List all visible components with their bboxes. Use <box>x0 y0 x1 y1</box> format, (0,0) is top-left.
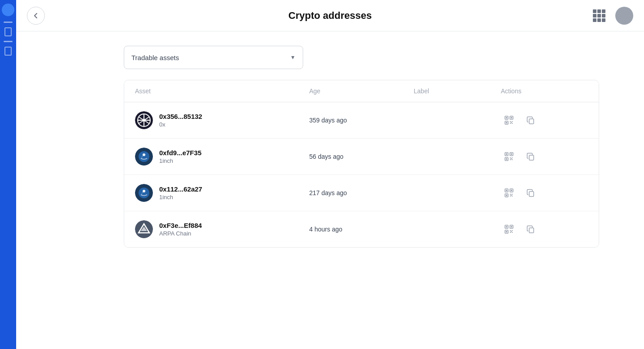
svg-rect-32 <box>511 158 512 159</box>
svg-rect-29 <box>512 157 513 158</box>
svg-rect-8 <box>506 117 507 118</box>
asset-network-3: 1inch <box>159 194 202 201</box>
filter-wrapper: Tradable assets ▼ <box>124 46 599 69</box>
asset-cell-3: 0x112...62a27 1inch <box>135 184 309 202</box>
svg-rect-38 <box>506 190 507 191</box>
svg-rect-33 <box>529 155 534 160</box>
asset-icon-3 <box>135 184 153 202</box>
svg-rect-57 <box>506 231 507 232</box>
svg-rect-13 <box>510 121 511 122</box>
qr-code-button-4[interactable] <box>501 221 517 237</box>
svg-rect-42 <box>506 195 507 196</box>
svg-rect-23 <box>506 153 507 155</box>
svg-rect-47 <box>511 195 512 196</box>
sidebar-item-2 <box>4 27 12 36</box>
svg-rect-25 <box>511 153 512 155</box>
sidebar-item-3 <box>4 41 13 42</box>
asset-network-4: ARPA Chain <box>159 230 202 237</box>
svg-rect-15 <box>510 123 511 124</box>
svg-rect-10 <box>511 117 512 118</box>
asset-network-2: 1inch <box>159 157 201 164</box>
col-asset: Asset <box>135 87 309 95</box>
svg-rect-14 <box>512 121 513 122</box>
svg-rect-61 <box>512 232 513 233</box>
grid-icon <box>593 9 605 22</box>
addresses-table: Asset Age Label Actions <box>124 80 599 248</box>
table-header: Asset Age Label Actions <box>124 80 599 102</box>
svg-rect-63 <box>529 228 534 233</box>
actions-cell-1 <box>501 112 588 128</box>
header-actions <box>590 7 633 25</box>
asset-info-4: 0xF3e...Ef884 ARPA Chain <box>159 222 202 237</box>
asset-address-2: 0xfd9...e7F35 <box>159 149 201 157</box>
avatar[interactable] <box>615 7 633 25</box>
svg-point-35 <box>139 188 149 198</box>
svg-rect-31 <box>512 159 513 160</box>
asset-info-1: 0x356...85132 0x <box>159 113 202 128</box>
asset-cell-4: 0xF3e...Ef884 ARPA Chain <box>135 220 309 238</box>
svg-rect-60 <box>510 232 511 233</box>
svg-rect-16 <box>512 123 513 124</box>
col-age: Age <box>309 87 413 95</box>
asset-info-2: 0xfd9...e7F35 1inch <box>159 149 201 164</box>
sidebar-item-1 <box>4 22 13 23</box>
asset-icon-4 <box>135 220 153 238</box>
copy-button-4[interactable] <box>522 221 539 237</box>
svg-rect-30 <box>510 159 511 160</box>
qr-code-button-2[interactable] <box>501 148 517 165</box>
svg-rect-44 <box>512 194 513 195</box>
svg-rect-48 <box>529 192 534 196</box>
svg-rect-45 <box>510 196 511 196</box>
asset-cell-2: 0xfd9...e7F35 1inch <box>135 148 309 166</box>
sidebar-item-4 <box>4 47 12 56</box>
svg-rect-12 <box>506 122 507 123</box>
svg-rect-46 <box>512 196 513 196</box>
svg-point-21 <box>143 153 145 156</box>
asset-address-4: 0xF3e...Ef884 <box>159 222 202 229</box>
svg-rect-62 <box>511 231 512 232</box>
tradable-assets-dropdown[interactable]: Tradable assets ▼ <box>124 46 303 69</box>
sidebar <box>0 0 16 349</box>
qr-code-button-3[interactable] <box>501 185 517 201</box>
svg-rect-18 <box>529 119 534 124</box>
asset-icon-2 <box>135 148 153 166</box>
table-row: 0x356...85132 0x 359 days ago <box>124 102 599 139</box>
svg-rect-40 <box>511 190 512 191</box>
content-area: Tradable assets ▼ Asset Age Label Action… <box>124 31 599 248</box>
copy-button-1[interactable] <box>522 112 539 128</box>
svg-rect-27 <box>506 158 507 160</box>
asset-info-3: 0x112...62a27 1inch <box>159 185 202 201</box>
actions-cell-2 <box>501 148 588 165</box>
age-cell-4: 4 hours ago <box>309 226 413 233</box>
svg-rect-59 <box>512 230 513 231</box>
asset-address-3: 0x112...62a27 <box>159 185 202 193</box>
table-row: 0xF3e...Ef884 ARPA Chain 4 hours ago <box>124 211 599 247</box>
grid-menu-button[interactable] <box>590 7 608 25</box>
back-button[interactable] <box>27 7 45 25</box>
svg-rect-55 <box>511 226 512 227</box>
svg-rect-28 <box>510 157 511 158</box>
qr-code-button-1[interactable] <box>501 112 517 128</box>
actions-cell-3 <box>501 185 588 201</box>
main-content: Tradable assets ▼ Asset Age Label Action… <box>16 0 644 266</box>
svg-point-20 <box>139 151 149 162</box>
age-cell-1: 359 days ago <box>309 117 413 124</box>
col-label: Label <box>414 87 501 95</box>
svg-rect-43 <box>510 194 511 195</box>
dropdown-label: Tradable assets <box>131 54 179 61</box>
copy-button-2[interactable] <box>522 148 539 165</box>
svg-rect-53 <box>506 226 507 227</box>
copy-button-3[interactable] <box>522 185 539 201</box>
age-cell-3: 217 days ago <box>309 189 413 196</box>
sidebar-logo <box>2 4 14 16</box>
chevron-down-icon: ▼ <box>290 54 296 61</box>
asset-cell-1: 0x356...85132 0x <box>135 111 309 129</box>
table-row: 0x112...62a27 1inch 217 days ago <box>124 175 599 211</box>
asset-network-1: 0x <box>159 121 202 128</box>
svg-rect-17 <box>511 122 512 123</box>
svg-point-36 <box>143 190 145 192</box>
col-actions: Actions <box>501 87 588 95</box>
asset-address-1: 0x356...85132 <box>159 113 202 120</box>
asset-icon-1 <box>135 111 153 129</box>
header: Crypto addresses <box>16 0 644 31</box>
